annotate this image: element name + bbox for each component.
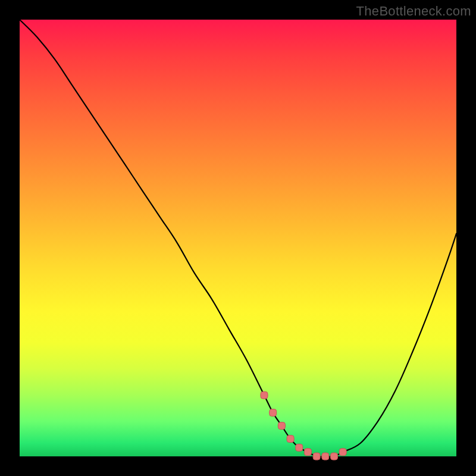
marker (322, 453, 329, 460)
marker (270, 409, 277, 416)
curve-layer (20, 20, 456, 456)
marker (331, 453, 338, 460)
marker (261, 392, 268, 399)
chart-frame: TheBottleneck.com (0, 0, 476, 476)
bottleneck-curve (20, 20, 456, 457)
marker (278, 422, 285, 430)
marker (313, 453, 320, 460)
marker (304, 449, 311, 456)
marker (339, 449, 346, 456)
watermark-text: TheBottleneck.com (356, 4, 471, 19)
marker (287, 436, 294, 443)
marker (296, 444, 303, 451)
